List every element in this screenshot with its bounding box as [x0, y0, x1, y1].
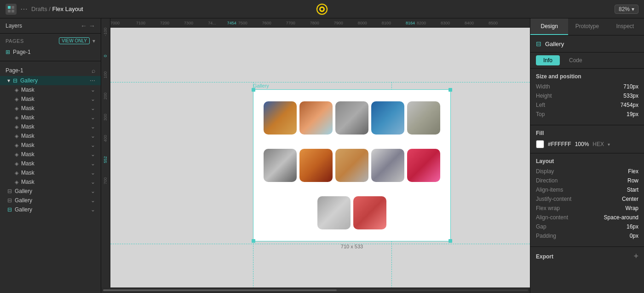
handle-tr[interactable]: [448, 88, 452, 92]
info-code-tabs: Info Code: [530, 53, 644, 69]
mask-chevron-9[interactable]: ⌄: [91, 160, 95, 167]
gallery-b1-chevron[interactable]: ⌄: [91, 188, 95, 194]
direction-value: Row: [627, 177, 638, 184]
mask-label-6: Mask: [21, 133, 34, 139]
avatar: [316, 3, 328, 16]
gallery-bottom-1[interactable]: ⊟ Gallery ⌄: [0, 187, 101, 196]
topbar: ⋯ Drafts / Flex Layout 82% ▾: [0, 0, 644, 18]
gallery-frame[interactable]: 710 x 533: [253, 89, 451, 241]
fill-type-selector[interactable]: HEX: [592, 141, 604, 147]
pages-chevron[interactable]: ▾: [92, 38, 95, 44]
mask-layer-9[interactable]: ◈ Mask ⌄: [0, 159, 101, 168]
handle-tl[interactable]: [252, 88, 255, 92]
photo-thumb-14: [353, 196, 386, 229]
mask-layer-8[interactable]: ◈ Mask ⌄: [0, 150, 101, 159]
tab-inspect[interactable]: Inspect: [606, 18, 644, 35]
gallery-b2-chevron[interactable]: ⌄: [91, 197, 95, 204]
ruler-v-300: 300: [103, 112, 108, 121]
justify-content-label: Justify-content: [536, 196, 571, 202]
forward-arrow[interactable]: →: [89, 22, 95, 29]
mask-layer-6[interactable]: ◈ Mask ⌄: [0, 131, 101, 141]
mask-layer-10[interactable]: ◈ Mask ⌄: [0, 168, 101, 177]
search-icon[interactable]: ⌕: [92, 67, 95, 74]
mask-chevron-4[interactable]: ⌄: [91, 114, 95, 121]
gallery-frame-container[interactable]: Gallery: [253, 83, 451, 241]
mask-chevron-8[interactable]: ⌄: [91, 151, 95, 158]
mask-10-left: ◈ Mask: [15, 170, 34, 176]
fill-type-chevron[interactable]: ▾: [608, 142, 610, 147]
back-arrow[interactable]: ←: [80, 22, 87, 29]
ruler-h-8000: 8000: [358, 21, 367, 25]
mask-chevron-1[interactable]: ⌄: [91, 87, 95, 93]
tab-prototype[interactable]: Prototype: [568, 18, 606, 35]
mask-chevron-10[interactable]: ⌄: [91, 170, 95, 176]
mask-layer-3[interactable]: ◈ Mask ⌄: [0, 104, 101, 113]
fill-color-swatch[interactable]: [536, 140, 544, 148]
svg-rect-0: [8, 6, 11, 9]
ruler-h-7900: 7900: [334, 21, 343, 25]
display-row: Display Flex: [536, 168, 638, 175]
mask-layer-11[interactable]: ◈ Mask ⌄: [0, 177, 101, 187]
mask-chevron-6[interactable]: ⌄: [91, 133, 95, 139]
display-label: Display: [536, 168, 554, 175]
direction-row: Direction Row: [536, 177, 638, 184]
export-section: Export +: [530, 247, 644, 266]
frame-label: Gallery: [253, 83, 451, 88]
code-tab[interactable]: Code: [562, 55, 590, 65]
gallery-b2-label: Gallery: [15, 197, 32, 204]
mask-layer-1[interactable]: ◈ Mask ⌄: [0, 85, 101, 94]
mask-chevron-2[interactable]: ⌄: [91, 96, 95, 102]
gallery-bottom-2[interactable]: ⊟ Gallery ⌄: [0, 196, 101, 205]
page-1-item[interactable]: ⊞ Page-1: [6, 47, 95, 57]
handle-br[interactable]: [448, 239, 452, 243]
app-logo[interactable]: [6, 4, 17, 15]
zoom-control[interactable]: 82% ▾: [615, 5, 638, 14]
mask-chevron-11[interactable]: ⌄: [91, 179, 95, 185]
gallery-b3-chevron[interactable]: ⌄: [91, 206, 95, 213]
mask-chevron-3[interactable]: ⌄: [91, 105, 95, 111]
mask-layer-7[interactable]: ◈ Mask ⌄: [0, 141, 101, 150]
mask-chevron-7[interactable]: ⌄: [91, 142, 95, 148]
mask-layer-2[interactable]: ◈ Mask ⌄: [0, 94, 101, 104]
gallery-layer-chevron[interactable]: ⋯: [90, 77, 95, 84]
top-row: Top 19px: [536, 111, 638, 117]
view-only-badge[interactable]: VIEW ONLY: [59, 37, 90, 44]
mask-label-9: Mask: [21, 160, 34, 167]
svg-rect-1: [12, 6, 14, 9]
mask-5-left: ◈ Mask: [15, 123, 34, 130]
size-position-title: Size and position: [536, 73, 638, 80]
selection-line-bottom: [110, 244, 530, 244]
canvas-content[interactable]: Gallery: [110, 28, 530, 293]
fill-section: Fill #FFFFFF 100% HEX ▾: [530, 125, 644, 153]
left-value: 7454px: [621, 102, 638, 108]
mask-layer-5[interactable]: ◈ Mask ⌄: [0, 122, 101, 131]
mask-3-left: ◈ Mask: [15, 105, 34, 111]
mask-layer-4[interactable]: ◈ Mask ⌄: [0, 113, 101, 122]
ruler-h-7300: 7300: [184, 21, 193, 25]
info-tab[interactable]: Info: [536, 55, 560, 65]
mask-label-7: Mask: [21, 142, 34, 148]
handle-bl[interactable]: [252, 239, 255, 243]
tab-design[interactable]: Design: [530, 18, 568, 35]
top-label: Top: [536, 111, 545, 117]
gallery-b3-icon: ⊟: [7, 206, 12, 213]
canvas-area[interactable]: 7000 7100 7200 7300 74... 7454 7500 7600…: [101, 18, 530, 293]
mask-label-3: Mask: [21, 105, 34, 111]
gallery-layer-item[interactable]: ▾ ⊟ Gallery ⋯: [0, 76, 101, 85]
mask-icon-9: ◈: [15, 161, 18, 167]
left-panel: Layers ← → Pages VIEW ONLY ▾ ⊞ Page-1 Pa…: [0, 18, 101, 293]
ruler-h-8100: 8100: [382, 21, 391, 25]
photo-thumb-3: [335, 101, 368, 135]
gallery-expand-icon[interactable]: ▾: [7, 77, 10, 84]
mask-chevron-5[interactable]: ⌄: [91, 123, 95, 130]
gallery-bottom-3[interactable]: ⊟ Gallery ⌄: [0, 205, 101, 214]
menu-icon[interactable]: ⋯: [20, 5, 28, 13]
photo-thumb-4: [371, 101, 404, 135]
export-add-button[interactable]: +: [633, 252, 638, 261]
align-items-row: Align-items Start: [536, 187, 638, 193]
mask-icon-4: ◈: [15, 115, 18, 121]
topbar-right: 82% ▾: [615, 5, 638, 14]
flex-wrap-row: Flex wrap Wrap: [536, 205, 638, 211]
mask-2-left: ◈ Mask: [15, 96, 34, 102]
mask-icon-7: ◈: [15, 142, 18, 148]
